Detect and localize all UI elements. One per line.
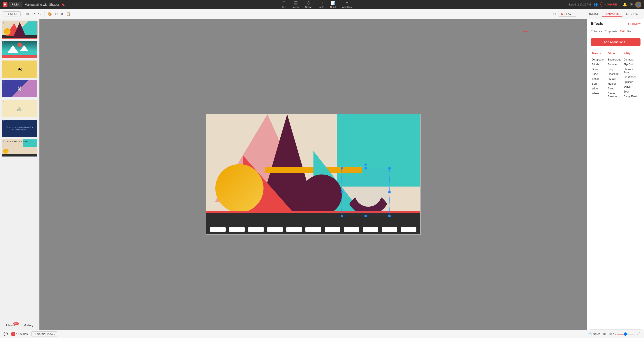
slide-thumb-5[interactable]: 5 🚲	[2, 100, 38, 118]
avatar[interactable]: 👤	[635, 2, 641, 8]
zoom-slider[interactable]	[617, 333, 634, 334]
tab-emphasis[interactable]: Emphasis	[605, 30, 617, 34]
slide-counter: 1 / 7 Slides	[12, 332, 28, 336]
play-button[interactable]: ▶ PLAY ▾	[558, 11, 576, 17]
undo-icon[interactable]: ↩	[31, 12, 36, 17]
anim-shape[interactable]: Shape	[592, 77, 608, 81]
bottom-bar: 💬 1 / 7 Slides ⊞ Normal View ▾ 📄 Notes ⊞…	[0, 330, 644, 338]
toolbar-text[interactable]: ⊤ Text	[282, 1, 286, 8]
chat-icon[interactable]: 💬	[4, 332, 8, 336]
add-slide-button[interactable]: + + SLIDE	[3, 12, 20, 17]
anim-wheel[interactable]: Wheel	[592, 91, 608, 96]
witty-header: Witty	[624, 52, 640, 55]
anim-zoom[interactable]: Zoom	[624, 89, 640, 94]
slide-thumb-3[interactable]: 3 🏍	[2, 60, 38, 78]
anim-curvy-float[interactable]: Curvy Float	[624, 94, 640, 99]
anim-bounce[interactable]: Bounce	[608, 62, 624, 67]
tab-path[interactable]: Path	[627, 30, 633, 34]
anim-contract[interactable]: Contract	[624, 57, 640, 62]
tab-entrance[interactable]: Entrance	[591, 30, 602, 34]
anim-split[interactable]: Split	[592, 81, 608, 86]
dark-circle	[302, 174, 342, 215]
anim-center-revolve[interactable]: Center Revolve	[608, 91, 624, 99]
paste-icon[interactable]: 📋	[65, 12, 72, 17]
selection-handle-tm[interactable]	[364, 167, 367, 169]
canvas-wrap[interactable]	[40, 19, 587, 330]
slide-thumb-7[interactable]: 7 ALL YOU HAVE TO DO IS FLY	[2, 139, 38, 157]
anim-spinner[interactable]: Spinner	[624, 80, 640, 84]
slide-thumb-6[interactable]: 6 "A sense of practice is worth a thousa…	[2, 119, 38, 137]
gear-icon[interactable]: ⚙	[553, 12, 556, 16]
doc-title: Manipulating with Shapes	[24, 3, 60, 6]
selection-handle-tr[interactable]	[388, 167, 390, 169]
slide-thumb-2[interactable]: 2	[2, 40, 38, 58]
road-line	[210, 227, 226, 232]
fullscreen-icon[interactable]: ⛶	[637, 332, 640, 336]
canvas-area: →	[40, 19, 587, 330]
tab-format[interactable]: FORMAT	[583, 12, 602, 17]
glide-column: Glide Boomerang Bounce Drop Float Out Fl…	[608, 52, 624, 99]
slide-thumb-1[interactable]: 1	[2, 21, 38, 39]
anim-wipe[interactable]: Wipe	[592, 86, 608, 91]
toolbar-shape[interactable]: ⬡ Shape	[305, 1, 312, 8]
view-icon: ⊞	[34, 332, 36, 335]
toolbar-media[interactable]: 🎬 Media	[292, 1, 299, 8]
anim-float-out[interactable]: Float Out	[608, 72, 624, 77]
preview-link[interactable]: ▶ Preview	[628, 22, 640, 26]
anim-boomerang[interactable]: Boomerang	[608, 57, 624, 62]
normal-view-button[interactable]: ⊞ Normal View ▾	[31, 331, 58, 336]
effects-tabs: Entrance Emphasis Exit Path	[587, 28, 644, 36]
anim-blinds[interactable]: Blinds	[592, 62, 608, 67]
shape-icon: ⬡	[307, 1, 310, 5]
anim-fade[interactable]: Fade	[592, 72, 608, 77]
library-button[interactable]: Library New	[2, 323, 19, 328]
gallery-button[interactable]: Gallery	[20, 323, 38, 328]
collab-icon[interactable]: 👥	[594, 3, 598, 7]
add-animations-button[interactable]: Add Animations ▾	[591, 38, 640, 46]
anim-shrink-turn[interactable]: Shrink & Turn	[624, 67, 640, 75]
file-button[interactable]: FILE ▾	[9, 2, 22, 7]
topbar: P FILE ▾ Manipulating with Shapes 🔖 ⊤ Te…	[0, 0, 644, 9]
bell-icon[interactable]: 🔔	[623, 3, 627, 7]
scissors-icon[interactable]: ✂	[54, 12, 59, 17]
rotate-handle[interactable]	[364, 164, 367, 166]
share-button[interactable]: ↗ SHARE	[600, 2, 620, 7]
paint-icon[interactable]: 🎨	[47, 12, 53, 17]
tab-review[interactable]: REVIEW	[623, 12, 641, 17]
animation-columns: Breeze Disappear Blinds Draw Fade Shape …	[592, 52, 640, 99]
anim-disappear[interactable]: Disappear	[592, 57, 608, 62]
selection-handle-ml[interactable]	[340, 191, 343, 193]
grid-view-icon[interactable]: ⊞	[25, 12, 30, 17]
media-icon: 🎬	[293, 1, 298, 5]
anim-pin-wheel[interactable]: Pin Wheel	[624, 75, 640, 80]
anim-swivel[interactable]: Swivel	[624, 84, 640, 89]
selection-handle-br[interactable]	[388, 215, 390, 217]
anim-flip-out[interactable]: Flip Out	[624, 62, 640, 67]
selection-handle-mr[interactable]	[388, 191, 390, 193]
selection-handle-tl[interactable]	[340, 167, 343, 169]
play-caret-icon: ▾	[572, 13, 574, 15]
toolbar-table[interactable]: ⊞ Table	[318, 1, 324, 8]
anim-fly-out[interactable]: Fly Out	[608, 77, 624, 81]
message-icon[interactable]: ✉	[630, 3, 632, 7]
toolbar-addons[interactable]: ✦ Add-Ons	[342, 1, 352, 8]
anim-draw[interactable]: Draw	[592, 67, 608, 72]
selection-handle-bl[interactable]	[340, 215, 343, 217]
tab-animate[interactable]: ANIMATE	[602, 11, 622, 17]
selection-box[interactable]	[342, 168, 390, 216]
anim-meteor[interactable]: Meteor	[608, 81, 624, 86]
copy-icon[interactable]: ⧉	[60, 12, 64, 17]
slide-panel: 1 2 3 🏍 4	[0, 19, 40, 330]
animation-dropdown: Breeze Disappear Blinds Draw Fade Shape …	[589, 48, 642, 330]
toolbar-chart[interactable]: 📊 Chart	[330, 1, 336, 8]
caret-icon: ▾	[18, 4, 20, 6]
redo-icon[interactable]: ↪	[37, 12, 42, 17]
notes-button[interactable]: 📄 Notes	[588, 332, 600, 336]
slide-thumb-4[interactable]: 4 🐰	[2, 80, 38, 98]
slide-total-label: 7 Slides	[18, 332, 28, 335]
anim-pivot[interactable]: Pivot	[608, 86, 624, 91]
grid-icon[interactable]: ⊞	[603, 332, 606, 336]
tab-exit[interactable]: Exit	[620, 30, 625, 34]
selection-handle-bm[interactable]	[364, 215, 367, 217]
anim-drop[interactable]: Drop	[608, 67, 624, 72]
